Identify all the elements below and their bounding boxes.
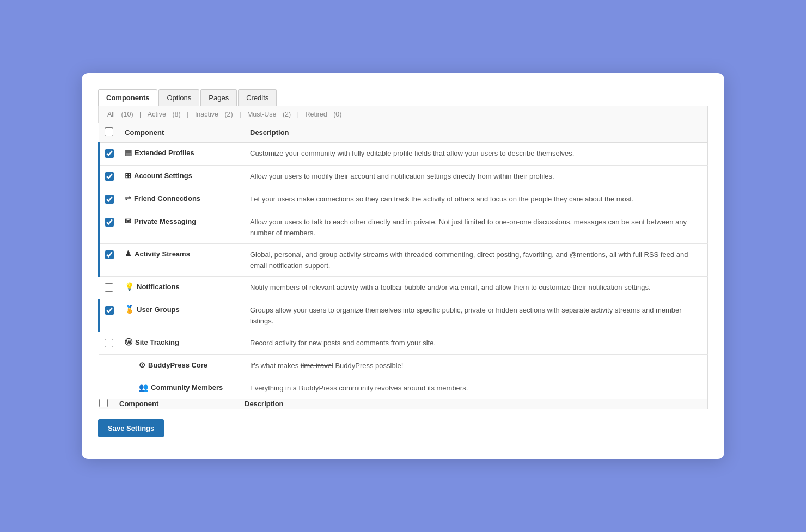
- friend-connections-label: Friend Connections: [134, 194, 200, 203]
- activity-streams-label: Activity Streams: [135, 250, 190, 258]
- select-all-checkbox-footer[interactable]: [99, 399, 108, 407]
- filter-all[interactable]: All (10): [105, 111, 136, 118]
- component-desc-friend-connections: Let your users make connections so they …: [245, 188, 708, 211]
- table-footer-row: Component Description: [99, 399, 708, 409]
- notifications-label: Notifications: [137, 283, 180, 291]
- footer-col-component: Component: [119, 399, 245, 409]
- component-name-account-settings: ⊞Account Settings: [119, 166, 245, 188]
- checkbox-site-tracking[interactable]: [105, 339, 113, 347]
- component-name-extended-profiles: ▤Extended Profiles: [119, 143, 245, 166]
- checkbox-user-groups[interactable]: [105, 306, 114, 315]
- col-header-description: Description: [245, 123, 708, 143]
- account-settings-icon: ⊞: [125, 171, 131, 180]
- main-window: Components Options Pages Credits All (10…: [82, 73, 724, 459]
- account-settings-label: Account Settings: [134, 172, 192, 180]
- component-desc-private-messaging: Allow your users to talk to each other d…: [245, 211, 708, 244]
- user-groups-label: User Groups: [137, 305, 180, 314]
- tab-options[interactable]: Options: [158, 89, 199, 106]
- private-messaging-icon: ✉: [125, 217, 131, 225]
- community-members-icon: 👥: [139, 383, 148, 392]
- table-row: ✉Private MessagingAllow your users to ta…: [99, 211, 708, 244]
- checkbox-extended-profiles[interactable]: [105, 149, 114, 158]
- tab-components[interactable]: Components: [98, 89, 157, 106]
- friend-connections-icon: ⇌: [125, 194, 131, 203]
- extended-profiles-icon: ▤: [125, 148, 132, 157]
- filter-mustuse[interactable]: Must-Use (2): [245, 111, 293, 118]
- table-row: 🏅User GroupsGroups allow your users to o…: [99, 299, 708, 332]
- component-name-community-members: 👥Community Members: [119, 377, 245, 399]
- component-name-site-tracking: ⓌSite Tracking: [119, 332, 245, 355]
- component-desc-community-members: Everything in a BuddyPress community rev…: [245, 377, 708, 399]
- filter-bar: All (10) | Active (8) | Inactive (2) | M…: [98, 106, 708, 123]
- component-name-notifications: 💡Notifications: [119, 277, 245, 299]
- table-header-row: Component Description: [99, 123, 708, 143]
- save-settings-button[interactable]: Save Settings: [98, 419, 164, 437]
- checkbox-notifications[interactable]: [105, 283, 113, 292]
- component-name-user-groups: 🏅User Groups: [119, 299, 245, 332]
- extended-profiles-label: Extended Profiles: [135, 149, 194, 157]
- site-tracking-icon: Ⓦ: [125, 338, 132, 346]
- component-name-activity-streams: ♟Activity Streams: [119, 244, 245, 277]
- component-desc-notifications: Notify members of relevant activity with…: [245, 277, 708, 299]
- component-name-buddypress-core: ⊙BuddyPress Core: [119, 355, 245, 377]
- buddypress-core-icon: ⊙: [139, 360, 145, 369]
- tab-bar: Components Options Pages Credits: [98, 89, 708, 106]
- tab-pages[interactable]: Pages: [200, 89, 237, 106]
- table-row: ▤Extended ProfilesCustomize your communi…: [99, 143, 708, 166]
- filter-inactive[interactable]: Inactive (2): [193, 111, 235, 118]
- col-header-component: Component: [119, 123, 245, 143]
- checkbox-private-messaging[interactable]: [105, 218, 114, 227]
- component-name-private-messaging: ✉Private Messaging: [119, 211, 245, 244]
- component-desc-activity-streams: Global, personal, and group activity str…: [245, 244, 708, 277]
- component-desc-buddypress-core: It's what makes time travel BuddyPress p…: [245, 355, 708, 377]
- component-desc-extended-profiles: Customize your community with fully edit…: [245, 143, 708, 166]
- table-row: ⓌSite TrackingRecord activity for new po…: [99, 332, 708, 355]
- tab-credits[interactable]: Credits: [238, 89, 277, 106]
- component-desc-site-tracking: Record activity for new posts and commen…: [245, 332, 708, 355]
- components-table: Component Description ▤Extended Profiles…: [98, 123, 708, 409]
- table-row: ♟Activity StreamsGlobal, personal, and g…: [99, 244, 708, 277]
- buddypress-core-strikethrough: time travel: [301, 362, 333, 370]
- filter-retired[interactable]: Retired (0): [303, 111, 344, 118]
- user-groups-icon: 🏅: [125, 305, 134, 314]
- notifications-icon: 💡: [125, 282, 134, 291]
- component-desc-user-groups: Groups allow your users to organize them…: [245, 299, 708, 332]
- site-tracking-label: Site Tracking: [135, 338, 179, 346]
- footer-col-description: Description: [245, 399, 708, 409]
- table-row: ⊞Account SettingsAllow your users to mod…: [99, 166, 708, 188]
- checkbox-activity-streams[interactable]: [105, 250, 114, 259]
- filter-active[interactable]: Active (8): [145, 111, 183, 118]
- table-row: 👥Community MembersEverything in a BuddyP…: [99, 377, 708, 399]
- table-row: ⇌Friend ConnectionsLet your users make c…: [99, 188, 708, 211]
- activity-streams-icon: ♟: [125, 249, 132, 258]
- component-desc-account-settings: Allow your users to modify their account…: [245, 166, 708, 188]
- community-members-label: Community Members: [151, 383, 223, 392]
- private-messaging-label: Private Messaging: [134, 217, 196, 225]
- table-row: 💡NotificationsNotify members of relevant…: [99, 277, 708, 299]
- component-name-friend-connections: ⇌Friend Connections: [119, 188, 245, 211]
- table-row: ⊙BuddyPress CoreIt's what makes time tra…: [99, 355, 708, 377]
- select-all-checkbox[interactable]: [105, 127, 113, 136]
- buddypress-core-label: BuddyPress Core: [148, 361, 207, 369]
- checkbox-account-settings[interactable]: [105, 172, 114, 181]
- checkbox-friend-connections[interactable]: [105, 195, 114, 204]
